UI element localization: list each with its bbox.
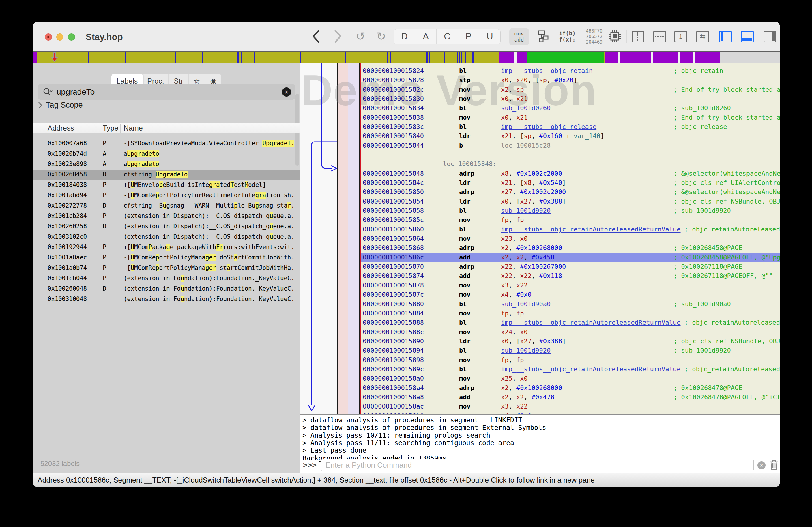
row-address: 0x1003102c0 [48, 233, 87, 240]
row-address: 0x1001cb284 [48, 212, 87, 220]
row-name: aUpgradeto [124, 161, 159, 167]
table-row[interactable]: 0x1001a0aecP-[UMComReportPolicyManager d… [33, 253, 300, 263]
minimap-segment[interactable] [720, 52, 780, 63]
row-address: 0x100268458 [48, 171, 87, 178]
console-clear-icon[interactable]: ✕ [757, 461, 766, 469]
hex-line1: 486F70 [586, 28, 603, 34]
minimap-mark [459, 52, 460, 63]
pseudocode-button[interactable]: if(b) f(x); [554, 28, 580, 45]
maximize-button[interactable] [68, 33, 75, 41]
row-name: -[UMComReportPolicyManager doStartCommit… [124, 254, 295, 261]
minimize-button[interactable] [56, 33, 63, 41]
trash-icon[interactable] [769, 459, 779, 471]
search-clear-icon[interactable]: ✕ [282, 87, 291, 96]
minimap-segment[interactable] [653, 52, 678, 63]
table-row[interactable]: 0x100192944P+[UMComPackage packageWithEr… [33, 242, 300, 253]
minimap-segment[interactable] [693, 52, 695, 63]
hex-line3: 204469 [586, 39, 603, 45]
status-bar: Address 0x10001586c, Segment __TEXT, -[_… [33, 473, 780, 487]
table-row[interactable]: 0x10023e898AaUpgradeto [33, 160, 300, 170]
minimap-segment[interactable] [33, 52, 37, 63]
row-type: D [103, 285, 106, 292]
single-pane-icon[interactable]: 1 [675, 31, 687, 42]
minimap-segment[interactable] [651, 52, 653, 63]
row-type: P [103, 244, 106, 251]
pseudocode-line2: f(x); [559, 36, 575, 43]
split-horizontal-icon[interactable] [653, 31, 666, 42]
assembler-button[interactable]: mov add [509, 28, 529, 45]
minimap-segment[interactable] [620, 52, 651, 63]
redo-button[interactable]: ↻ [374, 28, 388, 45]
row-type: P [103, 275, 106, 282]
minimap-segment[interactable] [527, 52, 604, 63]
minimap-segment[interactable] [605, 52, 618, 63]
row-address: 0x100260048 [48, 285, 87, 292]
table-row[interactable]: 0x100007a68P-[SYDownloadPreviewModalView… [33, 139, 300, 149]
minimap-segment[interactable] [517, 52, 527, 63]
tag-scope-disclosure[interactable]: Tag Scope [38, 101, 83, 109]
row-type: P [103, 181, 106, 188]
table-row[interactable]: 0x100310048(extension in Foundation):Fou… [33, 294, 300, 305]
mode-segment-a[interactable]: A [415, 29, 437, 44]
minimap-segment[interactable] [499, 52, 514, 63]
row-type: A [103, 161, 106, 167]
table-row[interactable]: 0x10020b74dAaUpgradeto [33, 149, 300, 160]
toolbar-separator [626, 30, 627, 43]
column-name[interactable]: Name [124, 124, 143, 132]
column-divider[interactable] [120, 124, 121, 133]
close-button[interactable] [45, 33, 52, 41]
table-row[interactable]: 0x1001cb284P(extension in Dispatch):__C.… [33, 211, 300, 222]
row-address: 0x1001a0b74 [48, 265, 87, 271]
minimap-segment[interactable] [618, 52, 620, 63]
toggle-left-panel-icon[interactable] [719, 31, 732, 42]
split-vertical-icon[interactable] [632, 31, 644, 42]
column-divider[interactable] [98, 124, 98, 133]
cfg-graph-icon[interactable] [535, 28, 550, 45]
row-name: (extension in Foundation):Foundation._Ke… [124, 275, 294, 282]
forward-button[interactable] [332, 28, 344, 45]
column-type[interactable]: Type [103, 124, 118, 132]
table-row[interactable]: 0x100184038P+[UMEnvelopeBuild isIntegrat… [33, 180, 300, 191]
row-type: D [103, 202, 106, 209]
table-row[interactable]: 0x100268458Dcfstring_UpgradeTo [33, 170, 300, 180]
table-row[interactable]: 0x1001cb044P(extension in Foundation):Fo… [33, 274, 300, 284]
toggle-right-panel-icon[interactable] [764, 31, 776, 42]
window-title: Stay.hop [86, 32, 123, 42]
table-row[interactable]: 0x1001a0b74P-[UMComReportPolicyManager s… [33, 263, 300, 274]
swap-panes-icon[interactable]: ⇆ [696, 31, 709, 42]
disassembly-pane[interactable]: Demo Version 0000000100015824blimp___stu… [300, 63, 780, 414]
console-line: > Last pass done [302, 447, 366, 454]
column-address[interactable]: Address [48, 124, 74, 132]
minimap-position-marker[interactable] [50, 52, 59, 63]
minimap-mark [444, 52, 445, 63]
python-command-input[interactable]: Enter a Python Command [321, 459, 754, 471]
minimap-mark [125, 52, 126, 63]
segment-minimap[interactable] [33, 51, 780, 63]
row-address: 0x100192944 [48, 244, 87, 251]
minimap-segment[interactable] [678, 52, 680, 63]
mode-segmented-control[interactable]: DACPU [394, 29, 501, 44]
row-name: (extension in Foundation):Foundation._Ke… [124, 285, 294, 292]
cpu-icon[interactable] [606, 28, 623, 45]
minimap-segment[interactable] [695, 52, 720, 63]
table-row[interactable]: 0x1001abd94P-[UMComReportPolicyForRealTi… [33, 191, 300, 201]
minimap-segment[interactable] [514, 52, 517, 63]
table-row[interactable]: 0x1003102c0(extension in Dispatch):__C.O… [33, 232, 300, 242]
hex-view-button[interactable]: 486F70 706572 204469 [580, 28, 608, 45]
toggle-bottom-panel-icon[interactable] [741, 31, 754, 42]
mode-segment-d[interactable]: D [394, 29, 415, 44]
table-row[interactable]: 0x100272778Dcfstring__Bugsnag___WARN__Mu… [33, 201, 300, 211]
search-input[interactable]: upgradeTo [57, 87, 95, 96]
mode-segment-c[interactable]: C [437, 29, 458, 44]
undo-button[interactable]: ↺ [353, 28, 367, 45]
back-button[interactable] [310, 28, 322, 45]
table-row[interactable]: 0x100260258D(extension in Dispatch):__C.… [33, 222, 300, 232]
analysis-console: > dataflow analysis of procedures in seg… [300, 414, 780, 473]
mode-segment-p[interactable]: P [458, 29, 479, 44]
mode-segment-u[interactable]: U [479, 29, 501, 44]
table-row[interactable]: 0x100260048D(extension in Foundation):Fo… [33, 284, 300, 294]
row-address: 0x1001a0aec [48, 254, 87, 261]
label-table-header[interactable]: Address Type Name [33, 122, 300, 134]
minimap-segment[interactable] [680, 52, 693, 63]
search-field[interactable]: upgradeTo ✕ [38, 84, 295, 100]
